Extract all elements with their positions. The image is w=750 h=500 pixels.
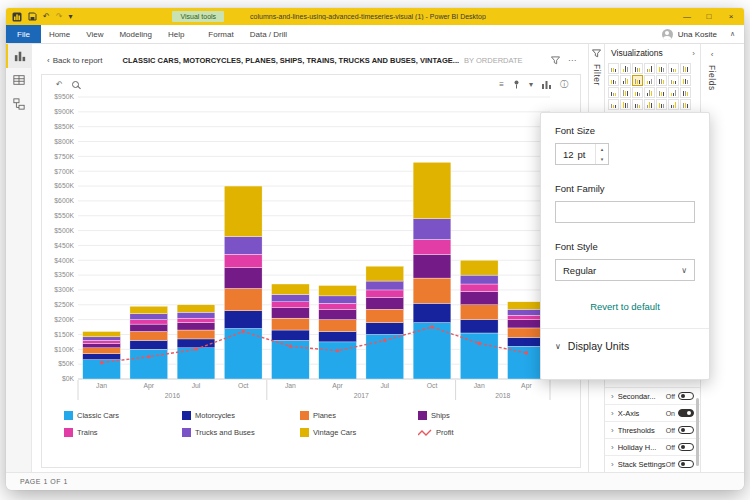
gauge-icon[interactable] (608, 99, 619, 110)
ribbon-chart-icon[interactable] (656, 75, 667, 86)
filled-map-icon[interactable] (668, 87, 679, 98)
legend-item-planes[interactable]: Planes (300, 411, 418, 420)
font-size-stepper[interactable]: 12 pt ▴ ▾ (555, 143, 609, 165)
svg-text:Oct: Oct (427, 382, 438, 389)
legend-item-motorcycles[interactable]: Motorcycles (182, 411, 300, 420)
card-icon[interactable] (620, 99, 631, 110)
legend-item-vintage-cars[interactable]: Vintage Cars (300, 428, 418, 437)
ribbon-tab-data-drill[interactable]: Data / Drill (242, 25, 295, 43)
decrement-button[interactable]: ▾ (596, 154, 608, 164)
window-title: columns-and-lines-using-advanced-timeser… (250, 13, 486, 20)
setting-thresholds[interactable]: ›ThresholdsOff (605, 421, 700, 438)
toggle-switch[interactable] (678, 443, 694, 451)
100-stacked-column-chart-icon[interactable] (668, 63, 679, 74)
zoom-icon[interactable] (72, 81, 79, 88)
toggle-switch[interactable] (678, 426, 694, 434)
line-chart-icon[interactable] (680, 63, 691, 74)
revert-to-default-link[interactable]: Revert to default (555, 301, 695, 312)
ribbon-tab-home[interactable]: Home (41, 25, 78, 43)
stacked-bar-chart-icon[interactable] (608, 63, 619, 74)
expand-fields-icon[interactable]: ‹ (711, 50, 714, 59)
filter-icon[interactable] (551, 56, 560, 65)
stacked-column-line-chart[interactable]: $0K$50K$100K$150K$200K$250K$300K$350K$40… (44, 91, 580, 407)
collapse-ribbon-icon[interactable]: ∧ (730, 30, 735, 38)
legend-item-trains[interactable]: Trains (64, 428, 182, 437)
maximize-button[interactable]: □ (698, 8, 720, 25)
setting-holiday-h[interactable]: ›Holiday H...Off (605, 438, 700, 455)
toolbar-dropdown-icon[interactable]: ▾ (68, 12, 72, 22)
save-icon[interactable] (28, 12, 37, 21)
legend-item-trucks-and-buses[interactable]: Trucks and Buses (182, 428, 300, 437)
stacked-area-chart-icon[interactable] (620, 75, 631, 86)
waterfall-chart-icon[interactable] (668, 75, 679, 86)
report-view-button[interactable] (6, 44, 32, 68)
pin-dropdown-icon[interactable]: ▾ (529, 80, 533, 89)
100-stacked-bar-chart-icon[interactable] (656, 63, 667, 74)
toggle-switch[interactable] (678, 460, 694, 468)
reset-zoom-icon[interactable]: ↶ (56, 80, 63, 89)
area-chart-icon[interactable] (608, 75, 619, 86)
legend-label: Classic Cars (77, 411, 119, 420)
multi-row-card-icon[interactable] (632, 99, 643, 110)
list-icon[interactable]: ≡ (499, 80, 504, 89)
chart-legend: Classic CarsMotorcyclesPlanesShipsTrains… (64, 411, 536, 437)
table-icon[interactable] (668, 99, 679, 110)
setting-x-axis[interactable]: ›X-AxisOn (605, 404, 700, 421)
format-settings-list: ›Secondar...Off›X-AxisOn›ThresholdsOff›H… (605, 387, 700, 472)
model-view-button[interactable] (6, 92, 32, 116)
ribbon-tab-view[interactable]: View (78, 25, 111, 43)
toggle-switch[interactable] (678, 392, 694, 400)
font-family-input[interactable] (555, 201, 695, 223)
scrollbar[interactable] (696, 398, 699, 466)
ribbon-tab-modeling[interactable]: Modeling (111, 25, 159, 43)
data-view-button[interactable] (6, 68, 32, 92)
info-icon[interactable]: ⓘ (560, 80, 568, 89)
setting-stack-settings[interactable]: ›Stack SettingsOff (605, 455, 700, 472)
undo-icon[interactable]: ↶ (43, 12, 50, 22)
clustered-column-chart-icon[interactable] (644, 63, 655, 74)
font-style-dropdown[interactable]: Regular ∨ (555, 259, 695, 281)
minimize-button[interactable]: — (676, 8, 698, 25)
chevron-right-icon: › (611, 392, 614, 401)
chart-visual[interactable]: ↶ ≡ ▾ ⓘ $0K$50K$100K$150K$200K$250K$300K… (41, 74, 581, 468)
ribbon-tabs: HomeViewModelingHelp (41, 25, 192, 43)
back-to-report-link[interactable]: ‹Back to report (47, 56, 102, 65)
redo-icon[interactable]: ↷ (56, 12, 63, 22)
powerbi-app-icon (12, 12, 22, 22)
ribbon-tab-format[interactable]: Format (200, 25, 241, 43)
scatter-chart-icon[interactable] (608, 87, 619, 98)
legend-item-profit[interactable]: Profit (418, 428, 536, 437)
ribbon-tab-help[interactable]: Help (160, 25, 192, 43)
pin-icon[interactable] (513, 80, 520, 89)
user-name[interactable]: Una Kosite (678, 30, 717, 39)
user-avatar[interactable] (662, 29, 673, 40)
increment-button[interactable]: ▴ (596, 144, 608, 154)
kpi-icon[interactable] (644, 99, 655, 110)
legend-item-classic-cars[interactable]: Classic Cars (64, 411, 182, 420)
toggle-switch[interactable] (678, 409, 694, 417)
slicer-icon[interactable] (656, 99, 667, 110)
setting-label: Stack Settings (618, 460, 666, 469)
stacked-column-chart-icon[interactable] (620, 63, 631, 74)
pie-chart-icon[interactable] (620, 87, 631, 98)
line-and-stacked-column-chart-icon[interactable] (632, 75, 643, 86)
line-and-clustered-column-chart-icon[interactable] (644, 75, 655, 86)
treemap-icon[interactable] (644, 87, 655, 98)
legend-item-ships[interactable]: Ships (418, 411, 536, 420)
more-options-icon[interactable]: ⋯ (568, 56, 576, 65)
funnel-chart-icon[interactable] (680, 75, 691, 86)
clustered-bar-chart-icon[interactable] (632, 63, 643, 74)
collapse-pane-icon[interactable]: › (692, 49, 695, 58)
file-button[interactable]: File (6, 25, 41, 43)
setting-secondar[interactable]: ›Secondar...Off (605, 387, 700, 404)
chart-type-icon[interactable] (542, 81, 551, 89)
donut-chart-icon[interactable] (632, 87, 643, 98)
visual-header-icons: ⋯ (551, 56, 580, 65)
display-units-section[interactable]: ∨ Display Units (555, 340, 695, 352)
matrix-icon[interactable] (680, 99, 691, 110)
map-icon[interactable] (656, 87, 667, 98)
shape-map-icon[interactable] (680, 87, 691, 98)
close-button[interactable]: × (720, 8, 742, 25)
titlebar[interactable]: ↶ ↷ ▾ Visual tools columns-and-lines-usi… (6, 8, 744, 25)
svg-text:Apr: Apr (144, 382, 155, 390)
